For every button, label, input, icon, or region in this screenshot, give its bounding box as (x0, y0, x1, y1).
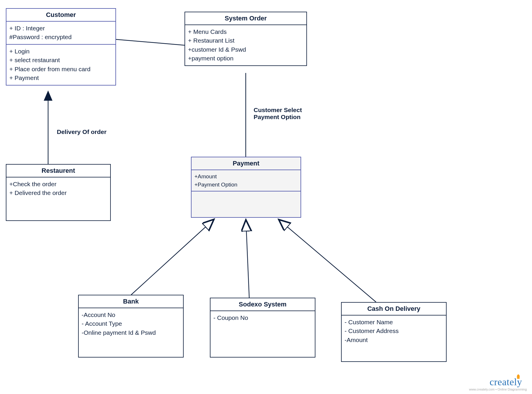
class-attributes: - Coupon No (210, 311, 315, 325)
attr-row: -Amount (345, 336, 443, 344)
op-row: + Login (9, 47, 113, 56)
class-attributes: +Amount +Payment Option (192, 170, 301, 191)
brand-tagline: www.creately.com • Online Diagramming (469, 388, 527, 391)
class-title: Customer (6, 9, 115, 22)
attr-row: - Customer Name (345, 318, 443, 327)
class-attributes: + ID : Integer #Password : encrypted (6, 22, 115, 44)
class-bank: Bank -Account No - Account Type -Online … (78, 295, 184, 358)
attr-row: - Customer Address (345, 327, 443, 335)
attr-row: - Account Type (82, 319, 180, 328)
op-row: + Payment (9, 74, 113, 82)
attr-row: #Password : encrypted (9, 33, 113, 41)
edge-bank-payment (131, 226, 206, 295)
op-row: + select restaurant (9, 56, 113, 64)
class-restaurent: Restaurent +Check the order + Delivered … (6, 164, 111, 221)
edge-label-select-payment: Customer Select Payment Option (254, 107, 302, 121)
class-title: Payment (192, 157, 301, 170)
class-title: Bank (79, 295, 183, 308)
class-system-order: System Order + Menu Cards + Restaurant L… (185, 12, 307, 66)
op-row: + Place order from menu card (9, 65, 113, 74)
op-row: + Delivered the order (9, 189, 107, 197)
class-customer: Customer + ID : Integer #Password : encr… (6, 8, 116, 86)
class-attributes: -Account No - Account Type -Online payme… (79, 308, 183, 339)
class-operations: + Login + select restaurant + Place orde… (6, 44, 115, 85)
attr-row: + ID : Integer (9, 24, 113, 33)
class-title: Restaurent (6, 165, 110, 177)
edge-sodexo-payment (246, 230, 249, 298)
attr-row: -Online payment Id & Pswd (82, 328, 180, 337)
class-sodexo: Sodexo System - Coupon No (210, 298, 315, 358)
attr-row: +Amount (194, 172, 298, 181)
attr-row: +Payment Option (194, 181, 298, 189)
attr-row: -Account No (82, 311, 180, 319)
class-operations: +Check the order + Delivered the order (6, 177, 110, 200)
class-attributes: + Menu Cards + Restaurant List +customer… (185, 25, 306, 65)
class-cod: Cash On Delivery - Customer Name - Custo… (341, 302, 447, 362)
attr-row: +customer Id & Pswd (188, 45, 303, 54)
attr-row: +payment option (188, 54, 303, 63)
attr-row: - Coupon No (213, 313, 312, 322)
attr-row: + Menu Cards (188, 27, 303, 36)
attr-row: + Restaurant List (188, 36, 303, 45)
class-title: Sodexo System (210, 298, 315, 311)
edge-cod-payment (287, 226, 376, 302)
op-row: +Check the order (9, 180, 107, 189)
edge-customer-systemorder (116, 39, 185, 45)
class-payment: Payment +Amount +Payment Option (191, 157, 301, 218)
class-title: System Order (185, 12, 306, 25)
class-operations (192, 191, 301, 217)
class-title: Cash On Delivery (342, 303, 446, 315)
class-attributes: - Customer Name - Customer Address -Amou… (342, 315, 446, 347)
creately-logo: creately www.creately.com • Online Diagr… (469, 376, 527, 391)
edge-label-delivery: Delivery Of order (57, 128, 106, 135)
